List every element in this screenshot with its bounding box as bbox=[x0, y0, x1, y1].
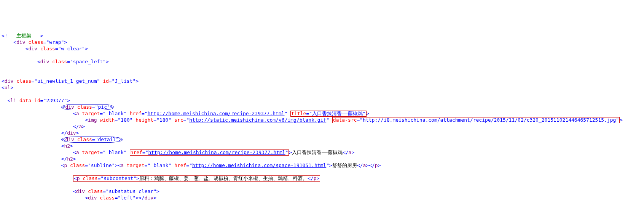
attr-val: subcontent bbox=[104, 175, 133, 181]
code-view: <!-- 主框架 --> <div class="wrap"> <div cla… bbox=[0, 26, 644, 217]
code-line: <h2> bbox=[2, 143, 73, 149]
attr-val: wrap bbox=[49, 39, 61, 45]
link-href[interactable]: http://home.meishichina.com/recipe-23937… bbox=[148, 149, 285, 155]
code-line: <div class="space_left"> bbox=[2, 59, 109, 64]
attr-val: w clear bbox=[61, 46, 82, 51]
code-line bbox=[2, 91, 5, 97]
code-line: <div class="wrap"> bbox=[2, 39, 67, 45]
attr-val: space_left bbox=[73, 59, 103, 64]
code-line: <a target="_blank" href="http://home.mei… bbox=[2, 111, 369, 116]
code-line: <div class="left"></div> bbox=[2, 195, 156, 201]
code-line: <p class="subcontent">原料：鸡腿、藤椒、姜、葱、盐、胡椒粉… bbox=[2, 175, 320, 181]
attr-val: 180 bbox=[121, 117, 129, 123]
highlight-rect-href: href="http://home.meishichina.com/recipe… bbox=[130, 149, 289, 156]
attr-val: _blank bbox=[106, 149, 124, 155]
attr-val: subline bbox=[91, 162, 112, 168]
code-line: </h2> bbox=[2, 156, 76, 162]
code-line: <div class="detail"> bbox=[2, 137, 123, 142]
attr-val: left bbox=[121, 195, 132, 201]
attr-val: ui_newlist_1 get_num bbox=[37, 78, 97, 84]
code-line: <img width="180" height="180" src="http:… bbox=[2, 117, 623, 123]
code-line bbox=[2, 52, 5, 58]
code-line bbox=[2, 201, 5, 207]
link-href[interactable]: http://home.meishichina.com/space-191051… bbox=[192, 162, 326, 168]
code-line: <p class="subline"><a target="_blank" hr… bbox=[2, 162, 381, 168]
code-line: <div class="ui_newlist_1 get_num" id="J_… bbox=[2, 78, 139, 84]
code-line: <div class="w clear"> bbox=[2, 46, 88, 51]
code-line: <div class="substatus clear"> bbox=[2, 188, 159, 194]
code-line bbox=[2, 65, 5, 71]
attr-val: 239377 bbox=[46, 98, 64, 103]
highlight-rect-title: title="入口香辣清香——藤椒鸡" bbox=[290, 111, 366, 117]
link-text: 入口香辣清香——藤椒鸡 bbox=[292, 149, 343, 155]
attr-val: _blank bbox=[106, 111, 124, 116]
code-line: <!-- 主框架 --> bbox=[2, 33, 43, 39]
attr-val: http://i8.meishichina.com/attachment/rec… bbox=[363, 117, 616, 123]
code-line: </a> bbox=[2, 124, 85, 129]
code-line: </div> bbox=[2, 130, 79, 136]
attr-val: substatus clear bbox=[109, 188, 153, 194]
attr-val: _blank bbox=[150, 162, 168, 168]
link-src[interactable]: http://static.meishichina.com/v6/img/bla… bbox=[189, 117, 326, 123]
link-href[interactable]: http://home.meishichina.com/recipe-23937… bbox=[148, 111, 285, 116]
code-line bbox=[2, 214, 5, 217]
code-line bbox=[2, 72, 5, 77]
attr-val: J_list bbox=[115, 78, 132, 84]
highlight-rect-subcontent: <p class="subcontent">原料：鸡腿、藤椒、姜、葱、盐、胡椒粉… bbox=[73, 175, 320, 182]
highlight-ellipse-pic: <div class="pic"> bbox=[61, 104, 114, 110]
code-line: <ul> bbox=[2, 85, 13, 90]
code-line: <div class="pic"> bbox=[2, 104, 114, 110]
link-text: 舒舒的厨房 bbox=[332, 162, 357, 168]
highlight-rect-datasrc: data-src="http://i8.meishichina.com/atta… bbox=[332, 117, 620, 123]
subcontent-text: 原料：鸡腿、藤椒、姜、葱、盐、胡椒粉、青红小米椒、生抽、鸡精、料酒。 bbox=[139, 175, 308, 181]
code-line bbox=[2, 182, 5, 188]
comment-text: 主框架 -- bbox=[13, 33, 40, 39]
highlight-ellipse-detail: <div class="detail"> bbox=[61, 137, 123, 143]
attr-val: 入口香辣清香——藤椒鸡 bbox=[312, 111, 363, 116]
code-line: <a target="_blank" href="http://home.mei… bbox=[2, 149, 354, 155]
attr-val: detail bbox=[98, 137, 116, 142]
code-line bbox=[2, 169, 5, 175]
code-line bbox=[2, 208, 5, 214]
code-line: <li data-id="239377"> bbox=[2, 98, 70, 103]
attr-val: 180 bbox=[159, 117, 168, 123]
attr-val: pic bbox=[98, 104, 107, 110]
